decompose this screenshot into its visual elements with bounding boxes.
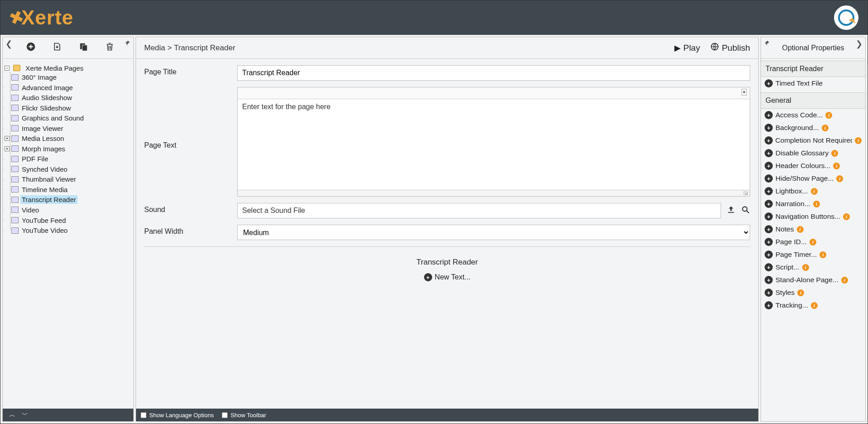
tree-node[interactable]: +Morph Images bbox=[5, 143, 132, 154]
page-icon bbox=[11, 207, 19, 213]
panel-width-select[interactable]: Medium bbox=[237, 225, 750, 240]
pin-left-icon[interactable] bbox=[764, 39, 770, 48]
tree-node[interactable]: Advanced Image bbox=[5, 82, 132, 92]
tree-node[interactable]: +Media Lesson bbox=[5, 133, 132, 144]
copy-button[interactable] bbox=[77, 42, 90, 54]
tree-node[interactable]: Timeline Media bbox=[5, 184, 132, 194]
sound-file-input[interactable]: Select a Sound File bbox=[237, 203, 721, 218]
tree-node[interactable]: Transcript Reader bbox=[5, 194, 132, 205]
collapse-right-icon[interactable]: ❯ bbox=[856, 39, 863, 49]
property-item[interactable]: +Header Colours...i bbox=[761, 159, 865, 172]
tree-node[interactable]: PDF File bbox=[5, 154, 132, 164]
property-item[interactable]: +Hide/Show Page...i bbox=[761, 172, 865, 185]
add-new-text-button[interactable]: + New Text... bbox=[424, 273, 471, 281]
property-label: Background... bbox=[775, 124, 819, 132]
property-item[interactable]: +Timed Text File bbox=[761, 77, 865, 90]
property-item[interactable]: +Lightbox...i bbox=[761, 185, 865, 198]
info-icon[interactable]: i bbox=[802, 264, 809, 271]
info-icon[interactable]: i bbox=[811, 302, 818, 309]
info-icon[interactable]: i bbox=[855, 137, 862, 144]
info-icon[interactable]: i bbox=[825, 112, 832, 119]
rte-toolbar[interactable] bbox=[238, 87, 750, 99]
logo-text: Xerte bbox=[21, 6, 73, 29]
tree-node[interactable]: Thumbnail Viewer bbox=[5, 174, 132, 184]
tree-root-node[interactable]: − Xerte Media Pages 360° ImageAdvanced I… bbox=[5, 63, 132, 236]
property-item[interactable]: +Page ID...i bbox=[761, 236, 865, 248]
property-item[interactable]: +Narration...i bbox=[761, 198, 865, 210]
plus-icon: + bbox=[765, 136, 773, 145]
show-language-checkbox[interactable]: Show Language Options bbox=[141, 412, 214, 419]
user-avatar[interactable] bbox=[834, 5, 858, 30]
sound-label: Sound bbox=[144, 203, 237, 214]
property-label: Script... bbox=[775, 263, 800, 271]
property-item[interactable]: +Background...i bbox=[761, 121, 865, 134]
publish-button[interactable]: Publish bbox=[710, 42, 750, 53]
info-icon[interactable]: i bbox=[809, 239, 816, 246]
property-item[interactable]: +Stylesi bbox=[761, 286, 865, 299]
property-item[interactable]: +Stand-Alone Page...i bbox=[761, 274, 865, 286]
info-icon[interactable]: i bbox=[841, 277, 848, 284]
tree-node[interactable]: Flickr Slideshow bbox=[5, 102, 132, 113]
info-icon[interactable]: i bbox=[819, 251, 826, 258]
tree-node[interactable]: 360° Image bbox=[5, 72, 132, 82]
collapse-left-icon[interactable]: ❮ bbox=[5, 39, 12, 49]
property-label: Styles bbox=[775, 289, 795, 297]
info-icon[interactable]: i bbox=[831, 150, 838, 157]
info-icon[interactable]: i bbox=[843, 213, 850, 220]
move-up-icon[interactable]: ︿ bbox=[9, 411, 15, 419]
plus-icon: + bbox=[765, 289, 773, 297]
tree-node[interactable]: Image Viewer bbox=[5, 123, 132, 133]
breadcrumb-parent[interactable]: Media bbox=[144, 43, 165, 52]
tree-node[interactable]: Graphics and Sound bbox=[5, 113, 132, 123]
info-icon[interactable]: i bbox=[797, 289, 804, 296]
tree-node[interactable]: Audio Slideshow bbox=[5, 92, 132, 103]
tree-node[interactable]: Synched Video bbox=[5, 164, 132, 174]
plus-icon: + bbox=[765, 251, 773, 259]
play-button[interactable]: ▶ Play bbox=[674, 43, 700, 53]
page-icon bbox=[11, 115, 19, 121]
plus-icon: + bbox=[765, 225, 773, 233]
pin-icon[interactable] bbox=[124, 39, 131, 48]
property-label: Completion Not Required bbox=[775, 136, 853, 145]
search-icon[interactable] bbox=[741, 205, 750, 217]
delete-button[interactable] bbox=[103, 42, 116, 54]
page-icon bbox=[11, 95, 19, 101]
property-item[interactable]: +Navigation Buttons...i bbox=[761, 210, 865, 223]
tree-node[interactable]: Video bbox=[5, 204, 132, 215]
plus-icon: + bbox=[765, 111, 773, 119]
plus-icon: + bbox=[765, 263, 773, 271]
property-item[interactable]: +Disable Glossaryi bbox=[761, 147, 865, 159]
tree-node[interactable]: YouTube Video bbox=[5, 225, 132, 236]
tree-node-label: Advanced Image bbox=[20, 83, 74, 92]
tree-toolbar: ❮ bbox=[3, 37, 133, 59]
import-button[interactable] bbox=[51, 42, 63, 54]
property-item[interactable]: +Script...i bbox=[761, 261, 865, 274]
move-down-icon[interactable]: ﹀ bbox=[22, 411, 28, 419]
add-page-button[interactable] bbox=[24, 42, 37, 54]
info-icon[interactable]: i bbox=[833, 163, 840, 169]
plus-icon: + bbox=[765, 301, 773, 309]
property-item[interactable]: +Tracking...i bbox=[761, 299, 865, 312]
tree-toggle-icon[interactable]: + bbox=[5, 146, 10, 151]
info-icon[interactable]: i bbox=[811, 188, 818, 195]
page-icon bbox=[11, 166, 19, 172]
plus-icon: + bbox=[765, 174, 773, 183]
upload-icon[interactable] bbox=[727, 205, 736, 217]
page-icon bbox=[11, 186, 19, 193]
page-text-input[interactable]: Enter text for the page here bbox=[238, 99, 750, 190]
property-item[interactable]: +Access Code...i bbox=[761, 109, 865, 121]
property-item[interactable]: +Page Timer...i bbox=[761, 248, 865, 261]
info-icon[interactable]: i bbox=[822, 125, 829, 131]
page-title-input[interactable] bbox=[237, 65, 750, 81]
tree-toggle-icon[interactable]: + bbox=[5, 136, 10, 141]
info-icon[interactable]: i bbox=[836, 175, 843, 182]
tree-toggle-icon[interactable]: − bbox=[5, 66, 10, 71]
rte-resize-handle[interactable] bbox=[238, 190, 750, 196]
property-item[interactable]: +Completion Not Requiredi bbox=[761, 134, 865, 147]
info-icon[interactable]: i bbox=[797, 226, 804, 233]
info-icon[interactable]: i bbox=[813, 201, 820, 207]
tree-node[interactable]: YouTube Feed bbox=[5, 215, 132, 225]
properties-list: Transcript Reader +Timed Text File Gener… bbox=[761, 59, 865, 421]
property-item[interactable]: +Notesi bbox=[761, 223, 865, 236]
show-toolbar-checkbox[interactable]: Show Toolbar bbox=[222, 412, 266, 419]
